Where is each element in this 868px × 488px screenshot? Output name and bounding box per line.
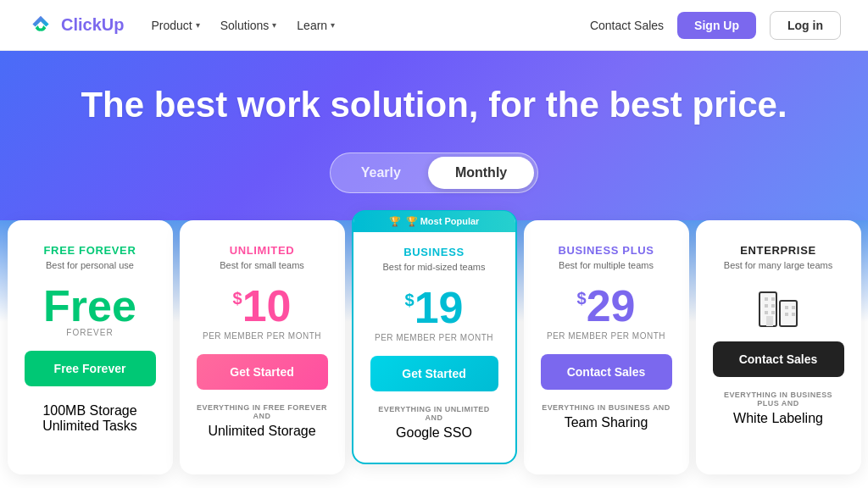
logo-text: ClickUp <box>61 15 124 35</box>
svg-rect-6 <box>765 311 768 314</box>
cta-business[interactable]: Get Started <box>370 356 498 391</box>
nav-solutions[interactable]: Solutions ▾ <box>220 19 277 32</box>
plan-name-enterprise: ENTERPRISE <box>713 244 844 257</box>
feature-item: Unlimited Tasks <box>25 419 156 434</box>
cta-enterprise[interactable]: Contact Sales <box>713 341 844 377</box>
plan-business: 🏆 🏆 Most Popular BUSINESS Best for mid-s… <box>352 210 517 464</box>
login-button[interactable]: Log in <box>770 11 841 40</box>
plan-bizplus: BUSINESS PLUS Best for multiple teams $ … <box>524 220 689 474</box>
most-popular-badge: 🏆 🏆 Most Popular <box>353 211 515 232</box>
feature-header-unlimited: EVERYTHING IN FREE FOREVER AND <box>197 403 328 420</box>
plan-name-bizplus: BUSINESS PLUS <box>541 244 672 257</box>
logo-icon <box>27 12 54 39</box>
chevron-down-icon: ▾ <box>196 20 200 30</box>
price-row-business: $ 19 <box>370 286 498 330</box>
signup-button[interactable]: Sign Up <box>677 12 756 39</box>
plan-desc-enterprise: Best for many large teams <box>713 260 844 270</box>
svg-rect-5 <box>771 304 775 308</box>
contact-sales-link[interactable]: Contact Sales <box>590 19 664 32</box>
svg-rect-11 <box>792 313 795 316</box>
main-nav: Product ▾ Solutions ▾ Learn ▾ <box>151 19 589 32</box>
features-unlimited: EVERYTHING IN FREE FOREVER AND Unlimited… <box>197 403 328 439</box>
price-amount-bizplus: 29 <box>587 284 636 328</box>
svg-rect-12 <box>766 316 773 326</box>
pricing-section: FREE FOREVER Best for personal use Free … <box>0 220 868 474</box>
plan-name-unlimited: UNLIMITED <box>197 244 328 257</box>
price-amount-business: 19 <box>415 286 464 330</box>
billing-toggle: Yearly Monthly <box>330 152 538 193</box>
features-business: EVERYTHING IN UNLIMITED AND Google SSO <box>370 405 498 441</box>
header-right: Contact Sales Sign Up Log in <box>590 11 841 40</box>
price-row-unlimited: $ 10 <box>197 284 328 328</box>
chevron-down-icon: ▾ <box>331 20 335 30</box>
plan-enterprise: ENTERPRISE Best for many large teams <box>696 220 861 474</box>
price-free: Free <box>25 284 156 328</box>
svg-rect-4 <box>765 304 768 308</box>
plan-name-business: BUSINESS <box>370 246 498 258</box>
nav-learn[interactable]: Learn ▾ <box>297 19 335 32</box>
features-enterprise: EVERYTHING IN BUSINESS PLUS AND White La… <box>713 391 844 426</box>
feature-item: Unlimited Storage <box>197 424 328 439</box>
price-symbol-unlimited: $ <box>233 289 242 308</box>
svg-rect-2 <box>765 297 768 301</box>
plan-desc-unlimited: Best for small teams <box>197 260 328 270</box>
cards-wrapper: FREE FOREVER Best for personal use Free … <box>14 220 854 474</box>
svg-rect-7 <box>771 311 775 314</box>
price-amount-unlimited: 10 <box>242 284 292 328</box>
svg-rect-8 <box>785 306 788 309</box>
plan-unlimited: UNLIMITED Best for small teams $ 10 PER … <box>180 220 345 474</box>
trophy-icon: 🏆 <box>389 216 401 227</box>
yearly-toggle[interactable]: Yearly <box>334 157 428 189</box>
plan-free: FREE FOREVER Best for personal use Free … <box>8 220 173 474</box>
plan-name-free: FREE FOREVER <box>25 244 156 257</box>
price-symbol-business: $ <box>405 291 415 310</box>
plan-desc-business: Best for mid-sized teams <box>370 262 498 272</box>
svg-rect-3 <box>771 297 775 301</box>
feature-item: 100MB Storage <box>25 403 156 419</box>
hero-title: The best work solution, for the best pri… <box>0 85 868 125</box>
feature-header-bizplus: EVERYTHING IN BUSINESS AND <box>541 403 672 412</box>
header: ClickUp Product ▾ Solutions ▾ Learn ▾ Co… <box>0 0 868 51</box>
feature-header-enterprise: EVERYTHING IN BUSINESS PLUS AND <box>713 391 844 408</box>
svg-rect-10 <box>792 306 795 309</box>
price-period-bizplus: PER MEMBER PER MONTH <box>541 331 672 341</box>
cta-bizplus[interactable]: Contact Sales <box>541 354 672 390</box>
feature-item: Team Sharing <box>541 415 672 430</box>
features-free: 100MB Storage Unlimited Tasks <box>25 403 156 434</box>
logo[interactable]: ClickUp <box>27 12 124 39</box>
cta-free[interactable]: Free Forever <box>25 351 156 386</box>
feature-item: White Labeling <box>713 411 844 426</box>
price-symbol-bizplus: $ <box>577 289 587 308</box>
features-bizplus: EVERYTHING IN BUSINESS AND Team Sharing <box>541 403 672 430</box>
cta-unlimited[interactable]: Get Started <box>197 354 328 390</box>
price-period-business: PER MEMBER PER MONTH <box>370 333 498 342</box>
plan-desc-bizplus: Best for multiple teams <box>541 260 672 270</box>
price-period-unlimited: PER MEMBER PER MONTH <box>197 331 328 341</box>
feature-item: Google SSO <box>370 425 498 441</box>
nav-product[interactable]: Product ▾ <box>151 19 199 32</box>
feature-header-business: EVERYTHING IN UNLIMITED AND <box>370 405 498 422</box>
plan-desc-free: Best for personal use <box>25 260 156 270</box>
svg-rect-9 <box>785 313 788 316</box>
price-row-bizplus: $ 29 <box>541 284 672 328</box>
hero-section: The best work solution, for the best pri… <box>0 51 868 474</box>
monthly-toggle[interactable]: Monthly <box>428 157 534 189</box>
enterprise-building-icon <box>713 284 844 338</box>
chevron-down-icon: ▾ <box>272 20 276 30</box>
